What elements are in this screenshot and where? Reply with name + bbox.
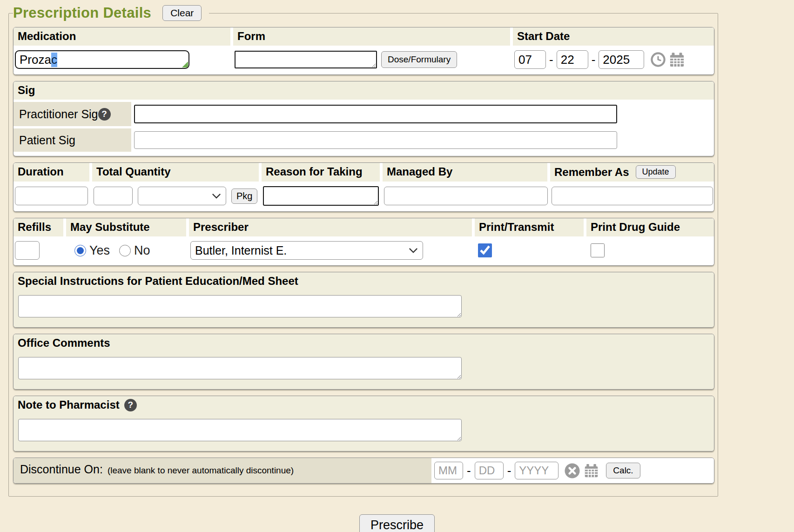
duration-input[interactable] [15,187,88,205]
discontinue-section: Discontinue On: (leave blank to never au… [13,458,714,484]
calendar-icon[interactable] [669,52,685,68]
special-instructions-input[interactable] [18,295,462,317]
patient-sig-label-cell: Patient Sig [13,128,131,152]
prescriber-header: Prescriber [189,218,472,236]
chevron-down-icon [212,193,221,199]
print-drug-guide-header: Print Drug Guide [586,218,714,236]
calendar-icon[interactable] [584,463,599,478]
special-instructions-header: Special Instructions for Patient Educati… [13,272,714,290]
patient-sig-input[interactable] [134,131,617,149]
medication-header: Medication [13,27,230,46]
start-date-year-input[interactable] [599,50,644,69]
patient-sig-label: Patient Sig [19,134,75,147]
date-separator: - [507,464,512,478]
chevron-down-icon [409,248,418,254]
practitioner-sig-label-cell: Practitioner Sig? [13,102,131,126]
remember-as-header: Remember As Update [550,163,714,182]
office-comments-header: Office Comments [13,334,714,352]
practitioner-sig-label: Practitioner Sig [19,108,98,121]
print-transmit-checkbox[interactable] [478,243,492,257]
clear-button[interactable]: Clear [162,5,202,21]
autocomplete-grip-icon [182,61,188,67]
total-quantity-input[interactable] [94,187,133,205]
may-substitute-no-label: No [134,243,150,258]
discontinue-hint: (leave blank to never automatically disc… [108,465,294,476]
office-comments-input[interactable] [18,357,462,379]
refills-input[interactable] [15,241,40,260]
reason-for-taking-input[interactable] [263,186,379,206]
prescriber-select[interactable]: Butler, Internist E. [190,241,423,260]
prescription-details-fieldset: Prescription Details Clear Medication Fo… [8,5,718,497]
may-substitute-no-radio[interactable] [119,245,131,256]
reason-header: Reason for Taking [262,163,380,182]
page-title: Prescription Details [13,5,151,21]
managed-by-header: Managed By [383,163,547,182]
calc-button[interactable]: Calc. [606,463,640,478]
discontinue-day-input[interactable] [475,462,504,479]
office-comments-section: Office Comments [13,334,714,390]
sig-header: Sig [13,81,714,100]
managed-by-input[interactable] [384,187,548,205]
may-substitute-header: May Substitute [66,218,186,236]
date-separator: - [549,53,554,67]
note-to-pharmacist-input[interactable] [18,419,462,441]
print-transmit-header: Print/Transmit [475,218,584,236]
special-instructions-section: Special Instructions for Patient Educati… [13,272,714,328]
clear-date-icon[interactable] [564,463,580,479]
total-quantity-header: Total Quantity [92,163,259,182]
note-to-pharmacist-header: Note to Pharmacist? [13,396,714,414]
medication-selected-text: c [51,53,57,67]
medication-input[interactable]: Prozac [15,50,189,69]
practitioner-sig-input[interactable] [134,105,617,123]
quantity-unit-select[interactable] [138,187,226,205]
discontinue-label-cell: Discontinue On: (leave blank to never au… [13,458,431,483]
prescribe-button[interactable]: Prescribe [359,514,435,532]
note-to-pharmacist-label: Note to Pharmacist [18,398,120,411]
date-separator: - [466,464,471,478]
note-to-pharmacist-section: Note to Pharmacist? [13,396,714,451]
form-header: Form [233,27,510,46]
practitioner-sig-help-icon[interactable]: ? [98,108,111,121]
form-input[interactable] [235,51,377,68]
may-substitute-yes-radio[interactable] [74,245,86,256]
start-date-header: Start Date [513,27,714,46]
discontinue-year-input[interactable] [515,462,558,479]
refills-header: Refills [13,218,63,236]
start-date-day-input[interactable] [557,50,588,69]
print-drug-guide-checkbox[interactable] [591,243,605,257]
duration-quantity-section: Duration Total Quantity Reason for Takin… [13,162,714,212]
medication-form-startdate-section: Medication Form Start Date Prozac Dose/F… [13,27,714,75]
discontinue-label: Discontinue On: [20,463,103,476]
discontinue-month-input[interactable] [434,462,463,479]
dose-formulary-button[interactable]: Dose/Formulary [381,51,457,68]
sig-section: Sig Practitioner Sig? Patient Sig [13,81,714,156]
medication-text: Proza [20,53,51,67]
clock-icon[interactable] [650,52,666,67]
remember-as-label: Remember As [554,166,629,179]
start-date-month-input[interactable] [514,50,546,69]
fieldset-legend: Prescription Details Clear [13,5,209,21]
pkg-button[interactable]: Pkg [231,189,257,204]
may-substitute-yes-label: Yes [89,243,110,258]
refills-prescriber-section: Refills May Substitute Prescriber Print/… [13,218,714,266]
duration-header: Duration [13,163,89,182]
date-separator: - [591,53,596,67]
update-button[interactable]: Update [636,165,676,179]
prescriber-selected: Butler, Internist E. [195,244,287,257]
note-to-pharmacist-help-icon[interactable]: ? [124,399,137,411]
remember-as-input[interactable] [552,187,713,205]
